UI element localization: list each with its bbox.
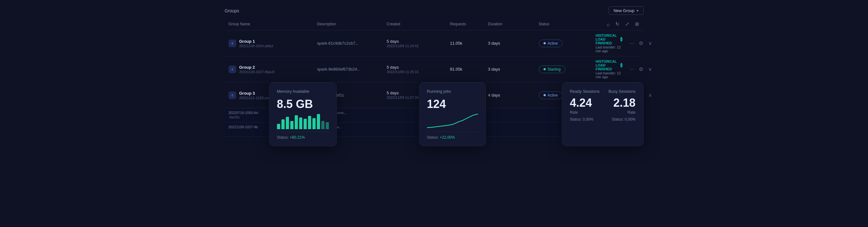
group-badge: 4 <box>228 66 236 73</box>
created-duration: 5 days <box>387 65 450 70</box>
description-cell: spark-61c9db7c2cb7... <box>317 41 387 45</box>
group-name-cell: 4 Group 2 20221109-1027-9bpu9 <box>228 65 317 74</box>
group-name-cell: 4 Group 1 20221109-1024-yb6ul <box>228 39 317 48</box>
requests-cell: 11.05k <box>450 41 488 45</box>
ready-session-value: 4.24 <box>570 96 592 109</box>
last-transfer: Last transfer: 12 min ago <box>596 45 623 53</box>
search-button[interactable]: ⌕ <box>606 21 610 28</box>
bar-item <box>281 119 285 129</box>
status-dot <box>544 94 546 96</box>
memory-widget-status: Status: +80.21% <box>277 135 329 140</box>
group-name-text: Group 1 20221109-1024-yb6ul <box>239 39 273 48</box>
settings-button[interactable]: ⚙ <box>638 40 645 47</box>
duration-cell: 4 days <box>488 93 539 98</box>
page-header: Groups New Group + <box>225 6 644 15</box>
jobs-widget-status: Status: +22,00% <box>427 135 478 140</box>
jobs-widget: Running jobs 124 Status: +22,00% <box>419 82 486 146</box>
table-header-actions: ⌕ ↻ ⤢ ⊞ <box>596 21 640 28</box>
historical-load-title: HISTORICAL LOAD FINISHED i <box>596 34 623 45</box>
filter-button[interactable]: ⊞ <box>634 21 640 28</box>
memory-bar-chart <box>277 114 329 129</box>
historical-load: HISTORICAL LOAD FINISHED i Last transfer… <box>596 34 623 53</box>
page-title: Groups <box>225 8 239 13</box>
jobs-widget-title: Running jobs <box>427 89 478 94</box>
collapse-button[interactable]: ∧ <box>647 92 653 99</box>
status-dot <box>544 68 546 70</box>
bar-item <box>277 124 280 129</box>
group-name-sub: 20221109-1027-9bpu9 <box>239 70 275 74</box>
status-badge-active: Active <box>539 40 563 47</box>
status-badge-active: Active <box>539 92 563 99</box>
ready-sessions-title: Ready Sessions <box>570 89 599 94</box>
status-dot <box>544 42 546 44</box>
table-row: 4 Group 1 20221109-1024-yb6ul spark-61c9… <box>225 30 644 56</box>
more-button[interactable]: ··· <box>628 40 635 47</box>
group-name-sub: 20221111-1120-yov0 <box>239 96 272 100</box>
new-group-button[interactable]: New Group + <box>609 6 643 15</box>
expand-button[interactable]: ∨ <box>647 66 653 73</box>
bar-item <box>299 118 302 129</box>
group-name-main: Group 1 <box>239 39 273 44</box>
duration-cell: 3 days <box>488 41 539 45</box>
jobs-widget-value: 124 <box>427 98 478 111</box>
jobs-line-chart <box>427 114 478 129</box>
status-cell: Starting <box>539 66 596 73</box>
status-cell: Active <box>539 40 596 47</box>
col-description: Description <box>317 22 387 26</box>
sessions-header: Ready Sessions Busy Sessions <box>570 89 636 94</box>
refresh-button[interactable]: ↻ <box>615 21 620 28</box>
group-name-text: Group 2 20221109-1027-9bpu9 <box>239 65 275 74</box>
group-name-text: Group 3 20221111-1120-yov0 <box>239 91 272 100</box>
info-icon[interactable]: i <box>620 37 623 41</box>
last-transfer: Last transfer: 12 min ago <box>596 71 623 79</box>
busy-sessions-title: Busy Sessions <box>609 89 635 94</box>
memory-widget: Memory Available 8.5 GB Status: +80.21% <box>269 82 337 146</box>
info-icon[interactable]: i <box>620 63 623 67</box>
group-name-sub: 20221109-1024-yb6ul <box>239 44 273 48</box>
created-cell: 5 days 2022/11/09 11:24:41 <box>387 39 450 48</box>
widgets-container: Memory Available 8.5 GB Status: +80.21% … <box>217 82 651 146</box>
ready-status: Status: 0,00% <box>570 117 593 122</box>
status-badge-starting: Starting <box>539 66 565 73</box>
bar-item <box>286 117 289 129</box>
description-cell: spark-9e960ef673b24... <box>317 67 387 71</box>
created-date: 2022/11/09 11:25:15 <box>387 70 450 74</box>
col-status: Status <box>539 22 596 26</box>
group-name-main: Group 3 <box>239 91 272 96</box>
line-chart-baseline <box>427 132 478 132</box>
group-name-main: Group 2 <box>239 65 275 70</box>
col-requests: Requests <box>450 22 488 26</box>
bar-item <box>304 119 307 129</box>
table-row: 4 Group 2 20221109-1027-9bpu9 spark-9e96… <box>225 56 644 82</box>
bar-item <box>317 114 320 129</box>
group-badge: 4 <box>228 92 236 99</box>
actions-cell: HISTORICAL LOAD FINISHED i Last transfer… <box>596 34 653 53</box>
created-duration: 5 days <box>387 39 450 44</box>
settings-button[interactable]: ⚙ <box>638 66 645 73</box>
memory-widget-value: 8.5 GB <box>277 98 329 111</box>
bar-item <box>312 118 316 129</box>
busy-status: Status: 0,00% <box>612 117 636 122</box>
table-header: Group Name Description Created Requests … <box>225 21 644 30</box>
col-created: Created <box>387 22 450 26</box>
busy-rate-label: Rate <box>627 110 635 115</box>
bar-item <box>308 116 311 129</box>
historical-load-title: HISTORICAL LOAD FINISHED i <box>596 60 623 71</box>
ready-rate-label: Rate <box>570 110 578 115</box>
line-chart-svg <box>427 114 478 129</box>
share-button[interactable]: ⤢ <box>625 21 630 28</box>
expand-button[interactable]: ∨ <box>647 40 653 47</box>
bar-item <box>321 121 324 129</box>
session-statuses: Status: 0,00% Status: 0,00% <box>570 117 636 122</box>
col-group-name: Group Name <box>228 22 317 26</box>
memory-widget-title: Memory Available <box>277 89 329 94</box>
col-duration: Duration <box>488 22 539 26</box>
created-cell: 5 days 2022/11/09 11:25:15 <box>387 65 450 74</box>
bar-item <box>290 121 293 129</box>
actions-cell: HISTORICAL LOAD FINISHED i Last transfer… <box>596 60 653 79</box>
sessions-widget: Ready Sessions Busy Sessions 4.24 2.18 R… <box>562 82 644 146</box>
group-badge: 4 <box>228 40 236 47</box>
more-button[interactable]: ··· <box>628 66 635 73</box>
bar-item <box>326 122 329 129</box>
session-rate-labels: Rate Rate <box>570 110 636 115</box>
